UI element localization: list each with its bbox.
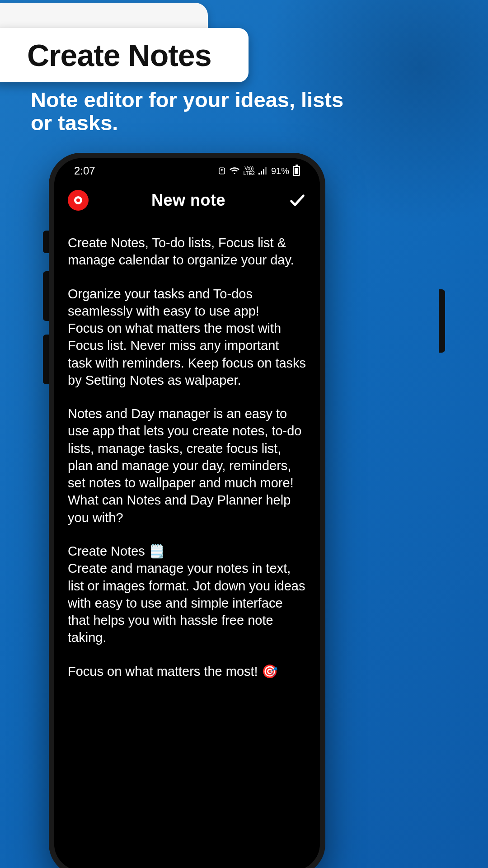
note-title: New note: [151, 191, 225, 210]
status-bar: 2:07 Vo)) LTE2 91%: [54, 158, 320, 180]
signal-icon: [258, 167, 267, 175]
note-body[interactable]: Create Notes, To-do lists, Focus list & …: [54, 215, 320, 693]
app-header: New note: [54, 180, 320, 215]
note-paragraph: Focus on what matters the most! 🎯: [68, 663, 306, 680]
phone-screen: 2:07 Vo)) LTE2 91%: [54, 158, 320, 868]
battery-percent: 91%: [271, 166, 289, 176]
svg-rect-1: [258, 173, 260, 175]
svg-rect-3: [263, 169, 264, 175]
wifi-icon: [230, 167, 239, 175]
status-time: 2:07: [74, 165, 95, 177]
page-subtitle: Note editor for your ideas, lists or tas…: [31, 89, 347, 135]
record-button[interactable]: [68, 190, 89, 211]
phone-volume-up: [43, 271, 49, 321]
confirm-button[interactable]: [288, 191, 306, 209]
note-paragraph: Create and manage your notes in text, li…: [68, 560, 306, 646]
note-paragraph: Focus on what matters the most with Focu…: [68, 320, 306, 389]
phone-volume-down: [43, 335, 49, 384]
note-paragraph: What can Notes and Day Planner help you …: [68, 491, 306, 526]
note-paragraph: Notes and Day manager is an easy to use …: [68, 405, 306, 491]
note-paragraph: Organize your tasks and To-dos seamlessl…: [68, 285, 306, 320]
record-icon: [74, 196, 82, 204]
update-icon: [218, 167, 226, 175]
phone-side-button: [43, 231, 49, 253]
check-icon: [288, 191, 306, 209]
note-paragraph: Create Notes 🗒️: [68, 542, 306, 560]
title-card: Create Notes: [0, 28, 249, 82]
phone-frame: 2:07 Vo)) LTE2 91%: [49, 153, 325, 868]
network-label: Vo)) LTE2: [243, 166, 254, 176]
page-title: Create Notes: [27, 38, 211, 73]
status-right: Vo)) LTE2 91%: [218, 166, 300, 176]
phone-power-button: [439, 289, 445, 353]
svg-rect-4: [265, 167, 267, 175]
svg-rect-2: [261, 171, 262, 175]
note-paragraph: Create Notes, To-do lists, Focus list & …: [68, 234, 306, 269]
battery-icon: [293, 166, 300, 176]
